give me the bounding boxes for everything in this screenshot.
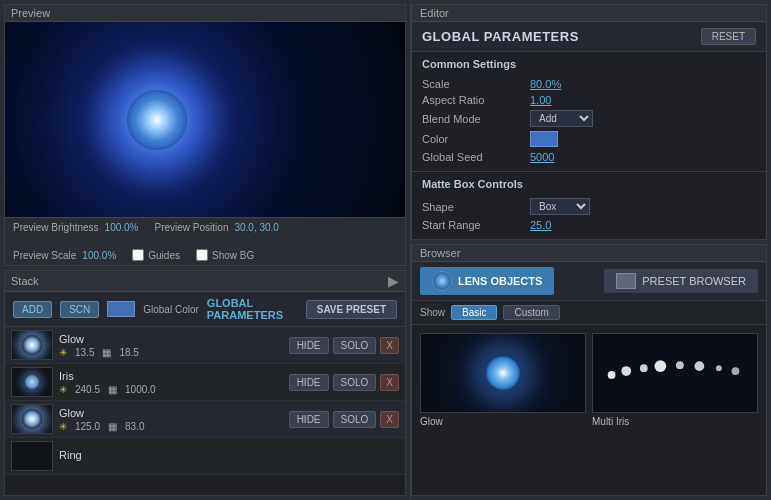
editor-section: Editor GLOBAL PARAMETERS RESET Common Se… xyxy=(411,4,767,240)
browser-item-glow[interactable]: Glow xyxy=(420,333,586,487)
blend-mode-label: Blend Mode xyxy=(422,113,522,125)
showbg-checkbox-container[interactable]: Show BG xyxy=(196,249,254,261)
stack-item-name-2: Glow xyxy=(59,407,283,419)
global-seed-row: Global Seed 5000 xyxy=(422,149,756,165)
browser-section: Browser LENS OBJECTS PRESET BROWSER Show… xyxy=(411,244,767,496)
preset-browser-tab[interactable]: PRESET BROWSER xyxy=(604,269,758,293)
lens-tab-label: LENS OBJECTS xyxy=(458,275,542,287)
stack-item[interactable]: Iris ✳ 240.5 ▦ 1000.0 HIDE SOLO X xyxy=(5,364,405,401)
stack-item-btns-1: HIDE SOLO X xyxy=(289,374,399,391)
stack-arrow-icon[interactable]: ▶ xyxy=(388,273,399,289)
param1-value-1: 240.5 xyxy=(75,384,100,395)
stack-global-bar: ADD SCN Global Color GLOBAL PARAMETERS S… xyxy=(5,292,405,327)
right-panel: Editor GLOBAL PARAMETERS RESET Common Se… xyxy=(410,0,771,500)
showbg-label: Show BG xyxy=(212,250,254,261)
position-value: 30.0, 30.0 xyxy=(234,222,278,233)
save-preset-button[interactable]: SAVE PRESET xyxy=(306,300,397,319)
basic-filter-button[interactable]: Basic xyxy=(451,305,497,320)
stack-item-btns-0: HIDE SOLO X xyxy=(289,337,399,354)
custom-filter-button[interactable]: Custom xyxy=(503,305,559,320)
brightness-info: Preview Brightness 100.0% xyxy=(13,222,139,233)
stack-section: Stack ▶ ADD SCN Global Color GLOBAL PARA… xyxy=(4,270,406,496)
stack-header-right: ▶ xyxy=(388,273,399,289)
param2-icon-0: ▦ xyxy=(102,347,111,358)
stack-item-name-1: Iris xyxy=(59,370,283,382)
browser-item-multi-iris[interactable]: Multi Iris xyxy=(592,333,758,487)
guides-checkbox[interactable] xyxy=(132,249,144,261)
blend-mode-dropdown[interactable]: Add Normal Screen xyxy=(530,110,593,127)
delete-button-2[interactable]: X xyxy=(380,411,399,428)
global-seed-value[interactable]: 5000 xyxy=(530,151,554,163)
browser-header: Browser xyxy=(412,245,766,262)
reset-button[interactable]: RESET xyxy=(701,28,756,45)
global-color-swatch[interactable] xyxy=(107,301,135,317)
param1-icon-1: ✳ xyxy=(59,384,67,395)
stack-item-params-1: ✳ 240.5 ▦ 1000.0 xyxy=(59,384,283,395)
solo-button-2[interactable]: SOLO xyxy=(333,411,377,428)
blend-mode-row: Blend Mode Add Normal Screen xyxy=(422,108,756,129)
hide-button-0[interactable]: HIDE xyxy=(289,337,329,354)
common-settings: Common Settings Scale 80.0% Aspect Ratio… xyxy=(412,52,766,172)
thumb-glow-effect xyxy=(22,335,42,355)
matte-box-section: Matte Box Controls Shape Box Oval Start … xyxy=(412,172,766,239)
stack-thumb-iris xyxy=(11,367,53,397)
svg-point-7 xyxy=(732,367,740,375)
stack-thumb-glow2 xyxy=(11,404,53,434)
browser-item-label-multi-iris: Multi Iris xyxy=(592,416,758,427)
scale-row: Scale 80.0% xyxy=(422,76,756,92)
scale-label: Preview Scale xyxy=(13,250,76,261)
color-swatch[interactable] xyxy=(530,131,558,147)
scale-info: Preview Scale 100.0% xyxy=(13,249,116,261)
position-label: Preview Position xyxy=(155,222,229,233)
global-params-label: GLOBAL PARAMETERS xyxy=(207,297,298,321)
stack-label: Stack xyxy=(11,275,39,287)
aspect-ratio-value[interactable]: 1.00 xyxy=(530,94,551,106)
scale-value[interactable]: 80.0% xyxy=(530,78,561,90)
color-label: Color xyxy=(422,133,522,145)
stack-item[interactable]: Ring xyxy=(5,438,405,475)
stack-item[interactable]: Glow ✳ 13.5 ▦ 18.5 HIDE SOLO X xyxy=(5,327,405,364)
browser-glow-effect xyxy=(486,356,521,391)
start-range-row: Start Range 25.0 xyxy=(422,217,756,233)
svg-point-4 xyxy=(676,361,684,369)
start-range-value[interactable]: 25.0 xyxy=(530,219,551,231)
shape-row: Shape Box Oval xyxy=(422,196,756,217)
solo-button-0[interactable]: SOLO xyxy=(333,337,377,354)
scn-button[interactable]: SCN xyxy=(60,301,99,318)
browser-tabs: LENS OBJECTS PRESET BROWSER xyxy=(412,262,766,301)
preview-section: Preview Preview Brightness 100.0% Previe… xyxy=(4,4,406,266)
svg-point-1 xyxy=(621,366,631,376)
browser-thumb-glow xyxy=(420,333,586,413)
thumb-iris-effect xyxy=(24,374,40,390)
stack-item-info-1: Iris ✳ 240.5 ▦ 1000.0 xyxy=(59,370,283,395)
stack-thumb-glow1 xyxy=(11,330,53,360)
stack-item[interactable]: Glow ✳ 125.0 ▦ 83.0 HIDE SOLO X xyxy=(5,401,405,438)
editor-title: GLOBAL PARAMETERS xyxy=(422,29,579,44)
guides-checkbox-container[interactable]: Guides xyxy=(132,249,180,261)
param2-value-1: 1000.0 xyxy=(125,384,156,395)
common-settings-title: Common Settings xyxy=(422,58,756,70)
add-button[interactable]: ADD xyxy=(13,301,52,318)
brightness-label: Preview Brightness xyxy=(13,222,99,233)
scale-value: 100.0% xyxy=(82,250,116,261)
hide-button-2[interactable]: HIDE xyxy=(289,411,329,428)
shape-dropdown[interactable]: Box Oval xyxy=(530,198,590,215)
stack-item-btns-2: HIDE SOLO X xyxy=(289,411,399,428)
brightness-value: 100.0% xyxy=(105,222,139,233)
delete-button-0[interactable]: X xyxy=(380,337,399,354)
editor-title-bar: GLOBAL PARAMETERS RESET xyxy=(412,22,766,52)
editor-header: Editor xyxy=(412,5,766,22)
lens-objects-tab[interactable]: LENS OBJECTS xyxy=(420,267,554,295)
preset-tab-label: PRESET BROWSER xyxy=(642,275,746,287)
solo-button-1[interactable]: SOLO xyxy=(333,374,377,391)
shape-label: Shape xyxy=(422,201,522,213)
stack-item-params-0: ✳ 13.5 ▦ 18.5 xyxy=(59,347,283,358)
param1-value-0: 13.5 xyxy=(75,347,94,358)
position-info: Preview Position 30.0, 30.0 xyxy=(155,222,279,233)
show-label: Show xyxy=(420,307,445,318)
preview-canvas xyxy=(5,22,405,217)
hide-button-1[interactable]: HIDE xyxy=(289,374,329,391)
param2-value-2: 83.0 xyxy=(125,421,144,432)
showbg-checkbox[interactable] xyxy=(196,249,208,261)
delete-button-1[interactable]: X xyxy=(380,374,399,391)
